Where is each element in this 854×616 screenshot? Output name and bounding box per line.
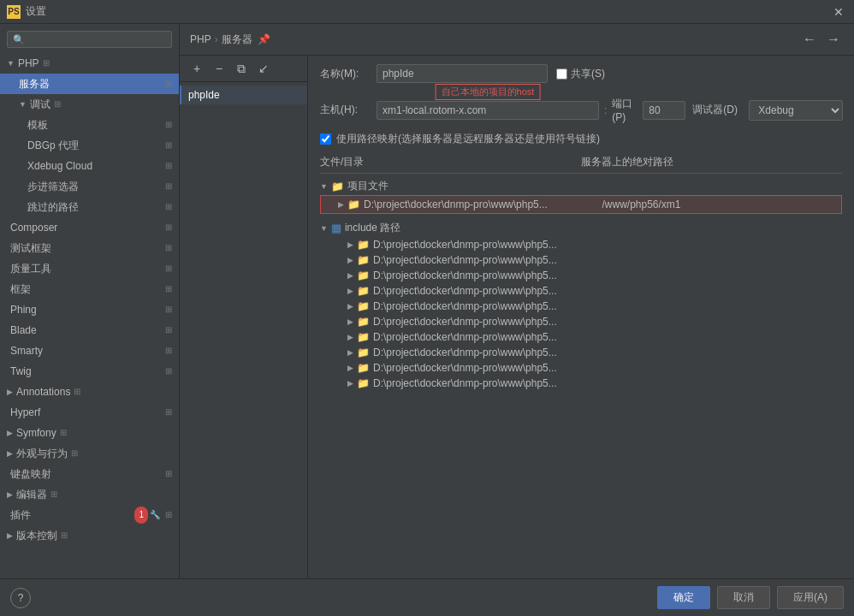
sidebar-item-label-server: 服务器 bbox=[19, 75, 50, 92]
expand-arrow-appearance: ▶ bbox=[7, 445, 13, 462]
port-input[interactable] bbox=[643, 101, 685, 120]
breadcrumb-edit-icon[interactable]: 📌 bbox=[258, 33, 270, 45]
include-row-1[interactable]: ▶ 📁 D:\project\docker\dnmp-pro\www\php5.… bbox=[320, 252, 842, 268]
close-button[interactable]: ✕ bbox=[830, 3, 847, 21]
sidebar-item-testfw[interactable]: 测试框架 ⊞ bbox=[0, 238, 179, 258]
breadcrumb: PHP › 服务器 📌 bbox=[190, 33, 799, 47]
include-row-4[interactable]: ▶ 📁 D:\project\docker\dnmp-pro\www\php5.… bbox=[320, 299, 842, 314]
bottom-bar: ? 确定 取消 应用(A) bbox=[0, 578, 854, 616]
project-files-expand: ▼ bbox=[320, 182, 328, 191]
sidebar-item-composer[interactable]: Composer ⊞ bbox=[0, 217, 179, 238]
debugger-label: 调试器(D) bbox=[692, 103, 744, 117]
folder-icon-include-3: 📁 bbox=[357, 285, 370, 297]
sidebar-right-icon-keymaps: ⊞ bbox=[165, 465, 172, 483]
sidebar-item-debug[interactable]: ▼ 调试 ⊞ bbox=[0, 94, 179, 115]
folder-icon-include-2: 📁 bbox=[357, 270, 370, 281]
sidebar-item-appearance[interactable]: ▶ 外观与行为 ⊞ bbox=[0, 443, 179, 464]
sidebar-right-icon-composer: ⊞ bbox=[165, 219, 172, 236]
sidebar-right-icon-quality: ⊞ bbox=[165, 260, 172, 277]
cancel-button[interactable]: 取消 bbox=[717, 586, 770, 609]
folder-icon-include-4: 📁 bbox=[357, 300, 370, 312]
folder-icon-row: 📁 bbox=[347, 198, 360, 210]
breadcrumb-sep: › bbox=[215, 33, 218, 45]
copy-server-button[interactable]: ⧉ bbox=[231, 59, 252, 78]
include-local-5: D:\project\docker\dnmp-pro\www\php5... bbox=[373, 316, 842, 328]
help-button[interactable]: ? bbox=[10, 588, 31, 608]
sidebar-item-label-php: PHP bbox=[18, 55, 39, 72]
search-input[interactable] bbox=[28, 33, 166, 45]
include-local-1: D:\project\docker\dnmp-pro\www\php5... bbox=[373, 254, 842, 266]
mapping-checkbox[interactable] bbox=[320, 133, 331, 145]
project-files-title[interactable]: ▼ 📁 项目文件 bbox=[320, 177, 842, 195]
sidebar-item-server[interactable]: 服务器 ⊞ bbox=[0, 74, 179, 94]
sidebar-item-stepper[interactable]: 步进筛选器 ⊞ bbox=[0, 176, 179, 197]
sidebar-right-icon-template: ⊞ bbox=[165, 116, 172, 133]
sidebar-right-icon-server: ⊞ bbox=[165, 75, 172, 92]
sidebar-item-label-twig: Twig bbox=[10, 363, 32, 380]
sidebar-item-label-smarty: Smarty bbox=[10, 342, 43, 359]
sidebar-item-phing[interactable]: Phing ⊞ bbox=[0, 299, 179, 320]
include-row-2[interactable]: ▶ 📁 D:\project\docker\dnmp-pro\www\php5.… bbox=[320, 268, 842, 283]
sidebar-item-quality[interactable]: 质量工具 ⊞ bbox=[0, 258, 179, 279]
sidebar-item-vcs[interactable]: ▶ 版本控制 ⊞ bbox=[0, 525, 179, 546]
expand-arrow-editor: ▶ bbox=[7, 486, 13, 503]
include-row-0[interactable]: ▶ 📁 D:\project\docker\dnmp-pro\www\php5.… bbox=[320, 237, 842, 252]
sidebar-item-label-plugins: 插件 bbox=[10, 506, 31, 524]
include-row-5[interactable]: ▶ 📁 D:\project\docker\dnmp-pro\www\php5.… bbox=[320, 314, 842, 329]
include-row-3[interactable]: ▶ 📁 D:\project\docker\dnmp-pro\www\php5.… bbox=[320, 283, 842, 299]
name-input[interactable] bbox=[377, 64, 548, 83]
server-item-phpide[interactable]: phpIde bbox=[180, 86, 307, 104]
include-row-6[interactable]: ▶ 📁 D:\project\docker\dnmp-pro\www\php5.… bbox=[320, 329, 842, 345]
apply-button[interactable]: 应用(A) bbox=[777, 586, 844, 609]
share-checkbox[interactable] bbox=[556, 68, 567, 80]
sidebar-item-hyperf[interactable]: Hyperf ⊞ bbox=[0, 402, 179, 423]
mapping-checkbox-label: 使用路径映射(选择服务器是远程服务器还是使用符号链接) bbox=[336, 132, 600, 146]
annotation-label: 自己本地的项目的host bbox=[436, 84, 541, 100]
sidebar-item-symfony[interactable]: ▶ Symfony ⊞ bbox=[0, 423, 179, 443]
nav-forward-button[interactable]: → bbox=[823, 29, 844, 50]
sidebar-item-framework[interactable]: 框架 ⊞ bbox=[0, 279, 179, 299]
folder-icon-include-9: 📁 bbox=[357, 377, 370, 389]
debugger-select[interactable]: Xdebug Zend Debugger bbox=[749, 100, 843, 121]
sidebar-item-label-debug: 调试 bbox=[30, 96, 50, 113]
sidebar-right-icon-stepper: ⊞ bbox=[165, 178, 172, 195]
sidebar-item-skippath[interactable]: 跳过的路径 ⊞ bbox=[0, 197, 179, 217]
host-input[interactable] bbox=[377, 101, 599, 120]
project-file-row-0[interactable]: ▶ 📁 D:\project\docker\dnmp-pro\www\php5.… bbox=[320, 195, 842, 214]
sidebar-item-smarty[interactable]: Smarty ⊞ bbox=[0, 341, 179, 361]
include-paths-title[interactable]: ▼ ▦ include 路径 bbox=[320, 219, 842, 237]
app-icon: PS bbox=[7, 5, 21, 19]
name-label: 名称(M): bbox=[320, 67, 371, 81]
sidebar-item-blade[interactable]: Blade ⊞ bbox=[0, 320, 179, 341]
include-row-7[interactable]: ▶ 📁 D:\project\docker\dnmp-pro\www\php5.… bbox=[320, 345, 842, 360]
folder-icon-include-6: 📁 bbox=[357, 331, 370, 343]
share-label: 共享(S) bbox=[571, 67, 605, 81]
sidebar-item-twig[interactable]: Twig ⊞ bbox=[0, 361, 179, 382]
include-row-8[interactable]: ▶ 📁 D:\project\docker\dnmp-pro\www\php5.… bbox=[320, 360, 842, 376]
right-panel: PHP › 服务器 📌 ← → + − ⧉ bbox=[180, 24, 854, 578]
sidebar-item-plugins[interactable]: 插件 1 🔧 ⊞ bbox=[0, 505, 179, 525]
sidebar-right-icon-php: ⊞ bbox=[43, 55, 50, 72]
include-row-9[interactable]: ▶ 📁 D:\project\docker\dnmp-pro\www\php5.… bbox=[320, 376, 842, 391]
sidebar-item-php[interactable]: ▼ PHP ⊞ bbox=[0, 53, 179, 74]
import-server-button[interactable]: ↙ bbox=[253, 59, 274, 78]
server-toolbar: + − ⧉ ↙ bbox=[180, 56, 307, 82]
add-server-button[interactable]: + bbox=[187, 59, 207, 78]
sidebar-item-editor[interactable]: ▶ 编辑器 ⊞ bbox=[0, 484, 179, 505]
sidebar-item-keymaps[interactable]: 键盘映射 ⊞ bbox=[0, 464, 179, 484]
plugin-badge: 1 bbox=[134, 506, 148, 524]
sidebar-item-label-quality: 质量工具 bbox=[10, 260, 51, 277]
confirm-button[interactable]: 确定 bbox=[657, 586, 710, 609]
sidebar-item-template[interactable]: 模板 ⊞ bbox=[0, 115, 179, 135]
remove-server-button[interactable]: − bbox=[209, 59, 229, 78]
sidebar-right-icon-appearance: ⊞ bbox=[71, 445, 78, 462]
sidebar-item-label-keymaps: 键盘映射 bbox=[10, 465, 51, 483]
nav-back-button[interactable]: ← bbox=[799, 29, 820, 50]
sidebar-item-dbgp[interactable]: DBGp 代理 ⊞ bbox=[0, 135, 179, 156]
sidebar-search-container: 🔍 bbox=[7, 31, 172, 48]
sidebar-item-annotations[interactable]: ▶ Annotations ⊞ bbox=[0, 382, 179, 402]
mapping-checkbox-row: 使用路径映射(选择服务器是远程服务器还是使用符号链接) bbox=[320, 132, 842, 146]
sidebar-item-label-annotations: Annotations bbox=[16, 383, 70, 400]
sidebar-item-label-stepper: 步进筛选器 bbox=[27, 178, 79, 195]
sidebar-item-xdebug-cloud[interactable]: Xdebug Cloud ⊞ bbox=[0, 156, 179, 176]
